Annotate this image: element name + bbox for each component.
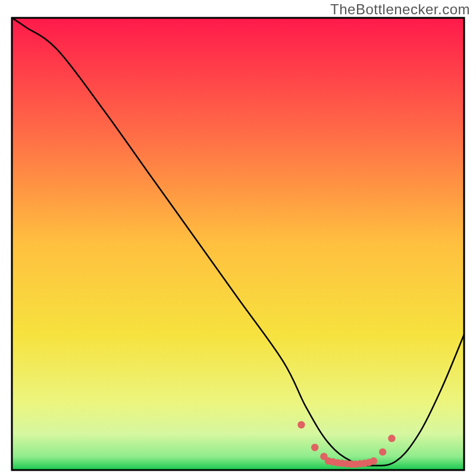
marker-dot (370, 458, 377, 465)
plot-area (12, 18, 464, 470)
bottleneck-chart (0, 0, 476, 476)
marker-dot (298, 421, 305, 428)
chart-frame: TheBottlenecker.com (0, 0, 476, 476)
marker-dot (388, 435, 395, 442)
marker-dot (379, 448, 386, 455)
marker-dot (311, 444, 318, 451)
watermark-text: TheBottlenecker.com (330, 1, 470, 18)
